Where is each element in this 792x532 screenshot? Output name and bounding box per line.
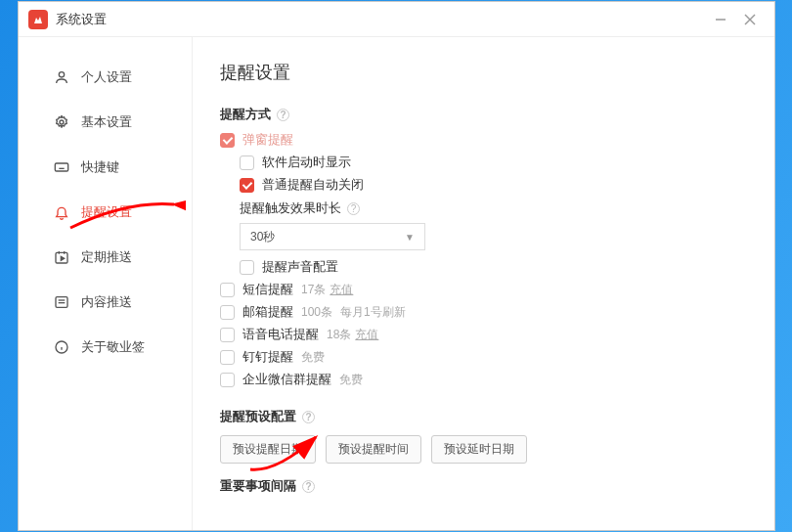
svg-point-3: [59, 72, 64, 77]
chevron-down-icon: ▼: [405, 232, 415, 243]
preset-buttons: 预设提醒日期 预设提醒时间 预设延时日期: [220, 435, 774, 464]
minimize-button[interactable]: [706, 6, 735, 33]
row-show-on-startup: 软件启动时显示: [220, 154, 774, 171]
select-value: 30秒: [250, 229, 275, 245]
label-trigger-duration: 提醒触发效果时长 ?: [240, 200, 774, 217]
row-popup-reminder: 弹窗提醒: [220, 131, 774, 149]
push-icon: [54, 294, 69, 310]
meta-sms: 17条: [301, 282, 326, 298]
meta-dingtalk: 免费: [301, 349, 325, 366]
checkbox-sound[interactable]: [240, 260, 254, 275]
sidebar-item-label: 内容推送: [81, 293, 132, 311]
window-title: 系统设置: [56, 11, 107, 28]
keyboard-icon: [54, 159, 69, 175]
row-voice: 语音电话提醒 18条 充值: [220, 326, 774, 343]
checkbox-wework[interactable]: [220, 373, 235, 387]
row-wework: 企业微信群提醒 免费: [220, 371, 774, 388]
sidebar-item-scheduled[interactable]: 定期推送: [19, 235, 192, 280]
sidebar-item-label: 快捷键: [81, 158, 119, 176]
page-title: 提醒设置: [220, 61, 774, 84]
bell-icon: [54, 204, 69, 220]
label-wework: 企业微信群提醒: [242, 371, 331, 388]
label-sound: 提醒声音配置: [262, 258, 338, 276]
row-sound-config: 提醒声音配置: [220, 258, 774, 276]
meta-voice: 18条: [327, 327, 351, 343]
select-duration[interactable]: 30秒 ▼: [240, 223, 425, 250]
help-icon[interactable]: ?: [302, 411, 315, 423]
sidebar-item-label: 个人设置: [81, 68, 132, 86]
row-dingtalk: 钉钉提醒 免费: [220, 348, 774, 366]
content-area: 提醒设置 提醒方式 ? 弹窗提醒 软件启动时显示 普通提醒自动关闭 提醒触发效果…: [193, 37, 774, 530]
checkbox-popup[interactable]: [220, 133, 235, 148]
checkbox-auto-close[interactable]: [240, 178, 254, 193]
help-icon[interactable]: ?: [347, 202, 360, 215]
extra-email: 每月1号刷新: [340, 304, 406, 321]
label-email: 邮箱提醒: [242, 303, 293, 321]
meta-wework: 免费: [339, 372, 363, 388]
label-auto-close: 普通提醒自动关闭: [262, 176, 364, 194]
svg-marker-12: [61, 256, 64, 260]
sidebar-item-content-push[interactable]: 内容推送: [19, 280, 192, 325]
section-preset: 提醒预设配置 ?: [220, 408, 774, 425]
sidebar-item-shortcuts[interactable]: 快捷键: [19, 145, 192, 190]
label-startup: 软件启动时显示: [262, 154, 351, 171]
checkbox-sms[interactable]: [220, 283, 235, 297]
link-sms-recharge[interactable]: 充值: [330, 282, 353, 298]
btn-preset-time[interactable]: 预设提醒时间: [326, 435, 421, 464]
help-icon[interactable]: ?: [302, 480, 315, 493]
sidebar-item-personal[interactable]: 个人设置: [19, 55, 192, 100]
meta-email: 100条: [301, 304, 332, 321]
row-sms: 短信提醒 17条 充值: [220, 281, 774, 298]
settings-window: 系统设置 个人设置 基本设置 快捷键 提醒设置: [18, 1, 775, 531]
label-dingtalk: 钉钉提醒: [242, 348, 293, 366]
section-important-interval: 重要事项间隔 ?: [220, 477, 774, 495]
btn-preset-date[interactable]: 预设提醒日期: [220, 435, 316, 464]
sidebar-item-label: 基本设置: [81, 113, 132, 131]
titlebar: 系统设置: [19, 2, 774, 37]
gear-icon: [54, 114, 69, 130]
sidebar-item-about[interactable]: 关于敬业签: [19, 325, 192, 370]
sidebar: 个人设置 基本设置 快捷键 提醒设置 定期推送 内容推送: [19, 37, 193, 530]
schedule-icon: [54, 249, 69, 265]
close-button[interactable]: [735, 6, 765, 33]
checkbox-voice[interactable]: [220, 328, 235, 342]
sidebar-item-label: 关于敬业签: [81, 338, 145, 356]
info-icon: [54, 339, 69, 355]
label-popup: 弹窗提醒: [242, 131, 293, 149]
checkbox-email[interactable]: [220, 305, 235, 320]
sidebar-item-label: 提醒设置: [81, 203, 132, 221]
checkbox-dingtalk[interactable]: [220, 350, 235, 365]
section-reminder-method: 提醒方式 ?: [220, 106, 774, 123]
row-auto-close: 普通提醒自动关闭: [220, 176, 774, 194]
app-icon: [28, 10, 48, 29]
svg-rect-5: [55, 163, 67, 171]
sidebar-item-reminders[interactable]: 提醒设置: [19, 190, 192, 235]
help-icon[interactable]: ?: [277, 109, 289, 121]
label-voice: 语音电话提醒: [242, 326, 319, 343]
link-voice-recharge[interactable]: 充值: [355, 327, 378, 343]
user-icon: [54, 69, 69, 85]
label-sms: 短信提醒: [242, 281, 293, 298]
sidebar-item-basic[interactable]: 基本设置: [19, 100, 192, 145]
btn-preset-delay[interactable]: 预设延时日期: [431, 435, 527, 464]
checkbox-startup[interactable]: [240, 155, 254, 170]
svg-point-4: [60, 120, 64, 124]
sidebar-item-label: 定期推送: [81, 248, 132, 266]
row-email: 邮箱提醒 100条 每月1号刷新: [220, 303, 774, 321]
